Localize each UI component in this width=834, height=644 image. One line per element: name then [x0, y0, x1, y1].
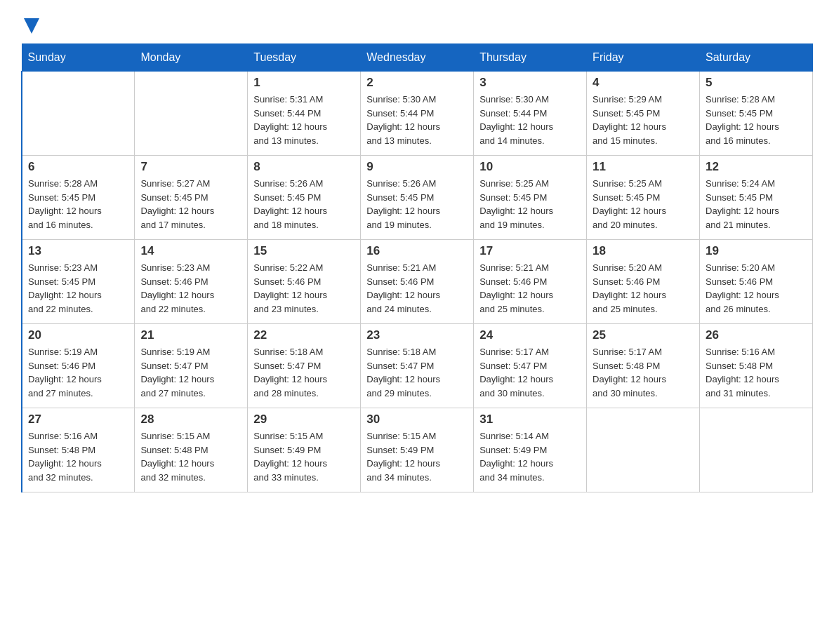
day-info: Sunrise: 5:22 AMSunset: 5:46 PMDaylight:…: [253, 261, 355, 316]
day-info: Sunrise: 5:27 AMSunset: 5:45 PMDaylight:…: [140, 177, 241, 232]
calendar-cell: 28Sunrise: 5:15 AMSunset: 5:48 PMDayligh…: [135, 408, 248, 492]
calendar-cell: 22Sunrise: 5:18 AMSunset: 5:47 PMDayligh…: [248, 324, 361, 408]
calendar-cell: 6Sunrise: 5:28 AMSunset: 5:45 PMDaylight…: [22, 156, 135, 240]
calendar-week-row: 20Sunrise: 5:19 AMSunset: 5:46 PMDayligh…: [22, 324, 813, 408]
day-info: Sunrise: 5:31 AMSunset: 5:44 PMDaylight:…: [253, 93, 355, 147]
day-info: Sunrise: 5:20 AMSunset: 5:46 PMDaylight:…: [593, 261, 694, 316]
day-number: 18: [593, 244, 694, 258]
day-info: Sunrise: 5:16 AMSunset: 5:48 PMDaylight:…: [706, 345, 807, 400]
calendar-cell: [700, 408, 813, 492]
day-info: Sunrise: 5:15 AMSunset: 5:49 PMDaylight:…: [253, 429, 355, 484]
calendar-cell: 9Sunrise: 5:26 AMSunset: 5:45 PMDaylight…: [361, 156, 474, 240]
day-info: Sunrise: 5:26 AMSunset: 5:45 PMDaylight:…: [366, 177, 468, 232]
calendar-header-sunday: Sunday: [22, 44, 135, 72]
calendar-cell: 18Sunrise: 5:20 AMSunset: 5:46 PMDayligh…: [587, 240, 700, 324]
calendar-cell: 17Sunrise: 5:21 AMSunset: 5:46 PMDayligh…: [474, 240, 587, 324]
day-info: Sunrise: 5:15 AMSunset: 5:48 PMDaylight:…: [140, 429, 241, 484]
calendar-cell: 31Sunrise: 5:14 AMSunset: 5:49 PMDayligh…: [474, 408, 587, 492]
calendar-cell: 25Sunrise: 5:17 AMSunset: 5:48 PMDayligh…: [587, 324, 700, 408]
calendar-header-monday: Monday: [135, 44, 248, 72]
calendar-cell: 20Sunrise: 5:19 AMSunset: 5:46 PMDayligh…: [22, 324, 135, 408]
day-number: 22: [253, 328, 355, 342]
day-info: Sunrise: 5:26 AMSunset: 5:45 PMDaylight:…: [253, 177, 355, 232]
day-number: 31: [479, 412, 581, 427]
day-info: Sunrise: 5:29 AMSunset: 5:45 PMDaylight:…: [593, 93, 694, 147]
day-number: 13: [28, 244, 128, 258]
calendar-week-row: 27Sunrise: 5:16 AMSunset: 5:48 PMDayligh…: [22, 408, 813, 492]
day-number: 5: [706, 76, 807, 90]
day-number: 8: [253, 160, 355, 174]
calendar-cell: 2Sunrise: 5:30 AMSunset: 5:44 PMDaylight…: [361, 72, 474, 156]
day-number: 9: [366, 160, 468, 174]
day-number: 25: [593, 328, 694, 342]
calendar-cell: 7Sunrise: 5:27 AMSunset: 5:45 PMDaylight…: [135, 156, 248, 240]
calendar-cell: 15Sunrise: 5:22 AMSunset: 5:46 PMDayligh…: [248, 240, 361, 324]
calendar-cell: 8Sunrise: 5:26 AMSunset: 5:45 PMDaylight…: [248, 156, 361, 240]
day-info: Sunrise: 5:18 AMSunset: 5:47 PMDaylight:…: [366, 345, 468, 400]
day-number: 20: [28, 328, 128, 342]
logo: [21, 14, 39, 36]
day-number: 29: [253, 412, 355, 427]
day-info: Sunrise: 5:17 AMSunset: 5:47 PMDaylight:…: [479, 345, 581, 400]
day-info: Sunrise: 5:25 AMSunset: 5:45 PMDaylight:…: [479, 177, 581, 232]
day-number: 17: [479, 244, 581, 258]
day-info: Sunrise: 5:20 AMSunset: 5:46 PMDaylight:…: [706, 261, 807, 316]
day-info: Sunrise: 5:19 AMSunset: 5:46 PMDaylight:…: [28, 345, 128, 400]
calendar-cell: [587, 408, 700, 492]
header: [21, 14, 813, 36]
day-number: 12: [706, 160, 807, 174]
day-number: 14: [140, 244, 241, 258]
calendar-table: SundayMondayTuesdayWednesdayThursdayFrid…: [21, 43, 813, 492]
calendar-cell: 12Sunrise: 5:24 AMSunset: 5:45 PMDayligh…: [700, 156, 813, 240]
calendar-cell: 27Sunrise: 5:16 AMSunset: 5:48 PMDayligh…: [22, 408, 135, 492]
day-info: Sunrise: 5:23 AMSunset: 5:45 PMDaylight:…: [28, 261, 128, 316]
day-info: Sunrise: 5:24 AMSunset: 5:45 PMDaylight:…: [706, 177, 807, 232]
day-number: 21: [140, 328, 241, 342]
day-number: 16: [366, 244, 468, 258]
day-info: Sunrise: 5:19 AMSunset: 5:47 PMDaylight:…: [140, 345, 241, 400]
day-info: Sunrise: 5:25 AMSunset: 5:45 PMDaylight:…: [593, 177, 694, 232]
calendar-cell: 13Sunrise: 5:23 AMSunset: 5:45 PMDayligh…: [22, 240, 135, 324]
day-number: 6: [28, 160, 128, 174]
day-number: 1: [253, 76, 355, 90]
calendar-cell: 3Sunrise: 5:30 AMSunset: 5:44 PMDaylight…: [474, 72, 587, 156]
day-info: Sunrise: 5:17 AMSunset: 5:48 PMDaylight:…: [593, 345, 694, 400]
calendar-cell: 10Sunrise: 5:25 AMSunset: 5:45 PMDayligh…: [474, 156, 587, 240]
calendar-week-row: 13Sunrise: 5:23 AMSunset: 5:45 PMDayligh…: [22, 240, 813, 324]
day-info: Sunrise: 5:30 AMSunset: 5:44 PMDaylight:…: [479, 93, 581, 147]
calendar-cell: 19Sunrise: 5:20 AMSunset: 5:46 PMDayligh…: [700, 240, 813, 324]
day-number: 19: [706, 244, 807, 258]
day-info: Sunrise: 5:14 AMSunset: 5:49 PMDaylight:…: [479, 429, 581, 484]
calendar-cell: 14Sunrise: 5:23 AMSunset: 5:46 PMDayligh…: [135, 240, 248, 324]
day-info: Sunrise: 5:28 AMSunset: 5:45 PMDaylight:…: [28, 177, 128, 232]
logo-triangle-icon: [24, 18, 39, 34]
calendar-cell: 11Sunrise: 5:25 AMSunset: 5:45 PMDayligh…: [587, 156, 700, 240]
day-number: 28: [140, 412, 241, 427]
calendar-header-wednesday: Wednesday: [361, 44, 474, 72]
calendar-cell: 1Sunrise: 5:31 AMSunset: 5:44 PMDaylight…: [248, 72, 361, 156]
calendar-cell: 26Sunrise: 5:16 AMSunset: 5:48 PMDayligh…: [700, 324, 813, 408]
calendar-cell: 29Sunrise: 5:15 AMSunset: 5:49 PMDayligh…: [248, 408, 361, 492]
calendar-header-saturday: Saturday: [700, 44, 813, 72]
calendar-cell: [135, 72, 248, 156]
calendar-cell: 5Sunrise: 5:28 AMSunset: 5:45 PMDaylight…: [700, 72, 813, 156]
day-number: 4: [593, 76, 694, 90]
day-info: Sunrise: 5:30 AMSunset: 5:44 PMDaylight:…: [366, 93, 468, 147]
calendar-header-thursday: Thursday: [474, 44, 587, 72]
day-number: 11: [593, 160, 694, 174]
day-number: 26: [706, 328, 807, 342]
calendar-cell: 30Sunrise: 5:15 AMSunset: 5:49 PMDayligh…: [361, 408, 474, 492]
calendar-cell: [22, 72, 135, 156]
day-number: 23: [366, 328, 468, 342]
day-info: Sunrise: 5:23 AMSunset: 5:46 PMDaylight:…: [140, 261, 241, 316]
calendar-cell: 23Sunrise: 5:18 AMSunset: 5:47 PMDayligh…: [361, 324, 474, 408]
calendar-cell: 16Sunrise: 5:21 AMSunset: 5:46 PMDayligh…: [361, 240, 474, 324]
calendar-cell: 21Sunrise: 5:19 AMSunset: 5:47 PMDayligh…: [135, 324, 248, 408]
day-number: 27: [28, 412, 128, 427]
calendar-header-row: SundayMondayTuesdayWednesdayThursdayFrid…: [22, 44, 813, 72]
day-info: Sunrise: 5:21 AMSunset: 5:46 PMDaylight:…: [479, 261, 581, 316]
day-number: 3: [479, 76, 581, 90]
calendar-header-tuesday: Tuesday: [248, 44, 361, 72]
day-info: Sunrise: 5:21 AMSunset: 5:46 PMDaylight:…: [366, 261, 468, 316]
day-number: 15: [253, 244, 355, 258]
